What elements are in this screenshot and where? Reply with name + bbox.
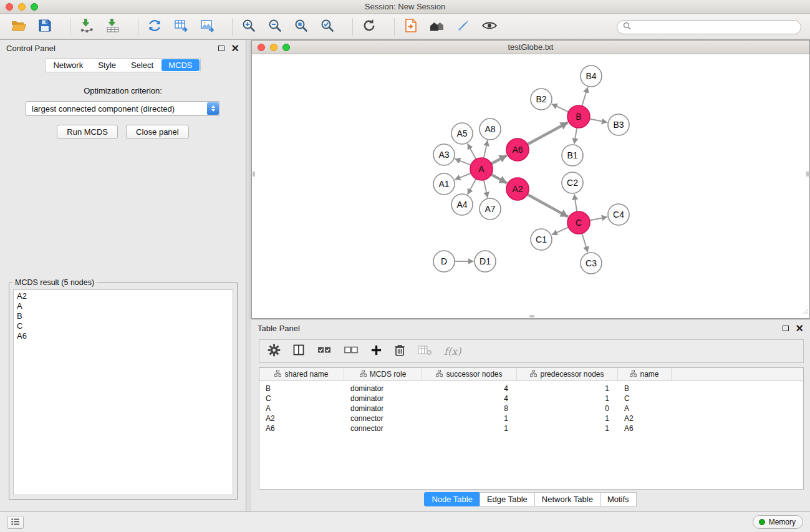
deselect-all-button[interactable] [344,344,359,359]
result-item[interactable]: A2 [17,291,229,301]
edge-A-A4[interactable] [468,179,476,195]
table-cell[interactable]: 1 [422,414,517,423]
add-column-button[interactable] [370,344,382,359]
zoom-fit-button[interactable] [291,17,311,37]
edge-A-A6[interactable] [491,155,507,163]
network-graph[interactable]: B4B2BB3A5A8A6B1A3AA1C2A2A4A7C4C1CC3DD1 [252,55,809,318]
edge-A-A3[interactable] [455,159,471,165]
zoom-window-button[interactable] [31,3,38,11]
table-cell[interactable]: connector [344,423,422,433]
node-C3[interactable]: C3 [581,253,602,274]
node-B3[interactable]: B3 [608,114,629,135]
column-header-MCDS-role[interactable]: MCDS role [344,368,422,380]
import-table-button[interactable] [103,17,123,37]
column-header-name[interactable]: name [618,368,672,380]
close-window-button[interactable] [6,3,13,11]
node-A1[interactable]: A1 [433,173,455,195]
memory-button[interactable]: Memory [753,515,803,529]
toggle-details-button[interactable] [453,17,473,37]
zoom-selected-button[interactable] [317,17,337,37]
table-cell[interactable]: 0 [517,404,618,414]
edge-A-A2[interactable] [491,175,507,183]
table-cell[interactable]: 1 [517,414,618,423]
tab-motifs[interactable]: Motifs [600,492,637,506]
table-cell[interactable]: 8 [422,404,517,414]
column-header-successor-nodes[interactable]: successor nodes [422,368,517,380]
table-row[interactable]: Adominator80A [259,404,803,414]
table-cell[interactable]: A6 [259,423,344,433]
table-cell[interactable]: 1 [517,423,618,433]
edge-C-C4[interactable] [590,217,607,221]
import-network-button[interactable] [77,17,97,37]
table-cell[interactable]: C [259,394,344,404]
tab-select[interactable]: Select [123,59,161,72]
close-panel-button[interactable]: Close panel [126,125,189,139]
node-C2[interactable]: C2 [562,172,583,193]
node-A4[interactable]: A4 [451,194,473,215]
result-item[interactable]: A6 [17,331,229,341]
tab-node-table[interactable]: Node Table [424,492,480,506]
bottom-resize-handle[interactable] [529,315,534,317]
node-A5[interactable]: A5 [451,123,473,144]
run-mcds-button[interactable]: Run MCDS [57,125,118,139]
edge-B-B4[interactable] [582,87,587,106]
edge-C-C3[interactable] [582,233,587,252]
table-cell[interactable]: 1 [517,384,618,394]
open-session-button[interactable] [9,17,29,37]
refresh-button[interactable] [359,17,379,37]
zoom-out-button[interactable] [265,17,285,37]
export-table-button[interactable] [171,17,191,37]
column-header-predecessor-nodes[interactable]: predecessor nodes [517,368,618,380]
table-cell[interactable]: B [259,384,344,394]
close-table-panel-icon[interactable]: ✕ [796,325,804,332]
edge-C-C1[interactable] [552,227,569,235]
table-cell[interactable]: 1 [517,394,618,404]
node-A3[interactable]: A3 [433,144,455,165]
table-cell[interactable]: 4 [422,394,517,404]
table-row[interactable]: Cdominator41C [259,394,803,404]
table-cell[interactable]: A [259,404,344,414]
edge-A-A7[interactable] [484,180,488,198]
edge-A2-C[interactable] [528,195,568,217]
edge-B-B2[interactable] [552,104,569,112]
table-cell[interactable]: dominator [344,394,422,404]
network-canvas[interactable]: B4B2BB3A5A8A6B1A3AA1C2A2A4A7C4C1CC3DD1 [252,55,809,318]
table-mode-button[interactable] [268,344,281,359]
home-button[interactable] [427,17,447,37]
tab-network-table[interactable]: Network Table [534,492,600,506]
node-A8[interactable]: A8 [480,118,501,140]
table-row[interactable]: Bdominator41B [259,384,803,394]
node-C4[interactable]: C4 [608,204,629,225]
tab-style[interactable]: Style [90,59,123,72]
edge-C-C2[interactable] [574,194,577,211]
tab-edge-table[interactable]: Edge Table [480,492,535,506]
table-cell[interactable]: C [618,394,672,404]
right-resize-handle[interactable] [806,172,809,177]
show-columns-button[interactable] [292,344,305,359]
new-network-button[interactable] [145,17,165,37]
node-D1[interactable]: D1 [475,251,496,272]
table-cell[interactable]: A [618,404,672,414]
node-B1[interactable]: B1 [562,145,583,166]
node-B4[interactable]: B4 [581,65,602,87]
table-cell[interactable]: 4 [422,384,517,394]
export-image-button[interactable] [197,17,217,37]
node-A6[interactable]: A6 [506,138,529,161]
table-cell[interactable]: B [618,384,672,394]
float-panel-icon[interactable] [218,46,224,51]
node-A[interactable]: A [470,158,493,180]
show-hide-button[interactable] [480,17,499,37]
node-C[interactable]: C [567,211,590,234]
select-all-button[interactable] [317,344,332,359]
result-item[interactable]: A [17,301,229,311]
float-table-panel-icon[interactable] [783,326,789,331]
save-session-button[interactable] [35,17,55,37]
open-file-button[interactable] [401,17,421,37]
table-cell[interactable]: dominator [344,404,422,414]
table-cell[interactable]: A2 [618,414,672,423]
minimize-network-button[interactable] [270,44,277,51]
node-D[interactable]: D [433,251,455,272]
table-row[interactable]: A6connector11A6 [259,423,803,433]
search-field[interactable] [617,20,801,34]
node-C1[interactable]: C1 [531,229,552,250]
